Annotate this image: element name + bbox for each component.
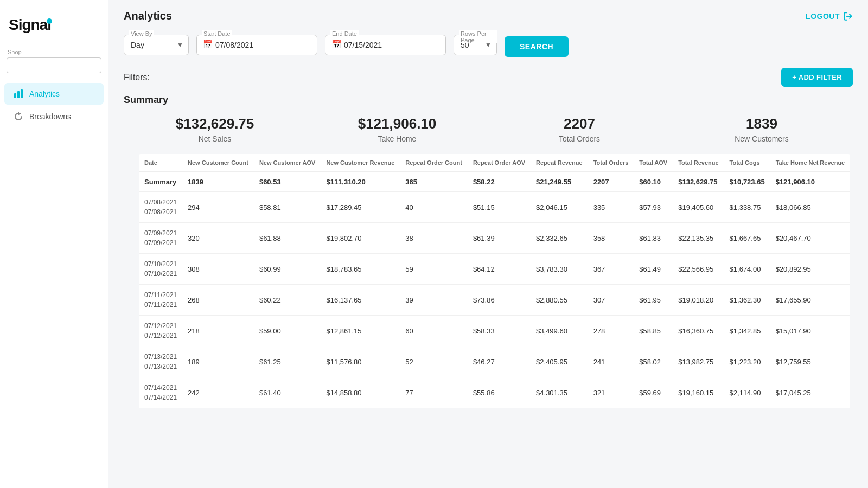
cell-new-customer-revenue: $12,861.15 xyxy=(321,316,400,346)
sidebar-item-analytics-label: Analytics xyxy=(29,89,60,98)
cell-new-customer-aov: $58.81 xyxy=(254,192,321,223)
end-date-input[interactable] xyxy=(325,35,446,55)
svg-rect-2 xyxy=(21,89,23,98)
start-date-input[interactable] xyxy=(196,35,317,55)
summary-cards: $132,629.75 Net Sales $121,906.10 Take H… xyxy=(124,115,853,143)
cell-repeat-revenue: $2,332.65 xyxy=(531,223,588,254)
table-row: 07/08/202107/08/2021 294 $58.81 $17,289.… xyxy=(139,192,850,223)
col-new-customer-revenue: New Customer Revenue xyxy=(321,154,400,172)
end-date-field: End Date 📅 xyxy=(325,35,446,55)
table-row: 07/14/202107/14/2021 242 $61.40 $14,858.… xyxy=(139,377,850,408)
cell-total-aov: $60.10 xyxy=(634,172,673,192)
cell-repeat-order-aov: $64.12 xyxy=(468,254,531,285)
cell-total-orders: 367 xyxy=(588,254,634,285)
sidebar-item-breakdowns[interactable]: Breakdowns xyxy=(4,106,104,127)
cell-repeat-order-aov: $73.86 xyxy=(468,285,531,316)
cell-take-home-net-revenue: $12,759.55 xyxy=(770,346,851,377)
view-by-field: View By Day Week Month ▼ xyxy=(124,35,189,55)
col-repeat-order-count: Repeat Order Count xyxy=(400,154,468,172)
cell-total-revenue: $19,405.60 xyxy=(673,192,724,223)
shop-section: Shop xyxy=(0,44,108,82)
cell-repeat-order-aov: $51.15 xyxy=(468,192,531,223)
take-home-label: Take Home xyxy=(306,134,488,143)
cell-repeat-order-aov: $61.39 xyxy=(468,223,531,254)
cell-new-customer-revenue: $18,783.65 xyxy=(321,254,400,285)
table-row: Summary 1839 $60.53 $111,310.20 365 $58.… xyxy=(139,172,850,192)
cell-new-customer-revenue: $111,310.20 xyxy=(321,172,400,192)
cell-new-customer-count: 268 xyxy=(182,285,254,316)
cell-new-customer-aov: $59.00 xyxy=(254,316,321,346)
cell-total-orders: 335 xyxy=(588,192,634,223)
summary-card-total-orders: 2207 Total Orders xyxy=(488,115,671,143)
cell-take-home-net-revenue: $121,906.10 xyxy=(770,172,851,192)
cell-total-revenue: $13,982.75 xyxy=(673,346,724,377)
main-content: Analytics LOGOUT View By Day Week Month … xyxy=(108,0,868,488)
add-filter-button[interactable]: + ADD FILTER xyxy=(781,68,853,87)
cell-total-revenue: $19,018.20 xyxy=(673,285,724,316)
cell-repeat-revenue: $21,249.55 xyxy=(531,172,588,192)
total-orders-label: Total Orders xyxy=(488,134,671,143)
view-by-label: View By xyxy=(129,30,154,37)
cell-total-cogs: $1,362.30 xyxy=(724,285,770,316)
table-row: 07/09/202107/09/2021 320 $61.88 $19,802.… xyxy=(139,223,850,254)
cell-total-aov: $58.85 xyxy=(634,316,673,346)
rows-per-page-label: Rows Per Page xyxy=(459,30,497,43)
cell-new-customer-aov: $61.40 xyxy=(254,377,321,408)
analytics-table: Date New Customer Count New Customer AOV… xyxy=(139,154,850,408)
cell-repeat-order-count: 77 xyxy=(400,377,468,408)
cell-new-customer-aov: $61.25 xyxy=(254,346,321,377)
cell-repeat-order-count: 365 xyxy=(400,172,468,192)
view-by-select[interactable]: Day Week Month xyxy=(124,35,189,55)
start-date-field: Start Date 📅 xyxy=(196,35,317,55)
cell-total-aov: $57.93 xyxy=(634,192,673,223)
cell-repeat-order-count: 39 xyxy=(400,285,468,316)
cell-take-home-net-revenue: $20,467.70 xyxy=(770,223,851,254)
cell-new-customer-count: 294 xyxy=(182,192,254,223)
logout-icon xyxy=(843,11,853,21)
table-row: 07/10/202107/10/2021 308 $60.99 $18,783.… xyxy=(139,254,850,285)
page-title: Analytics xyxy=(124,10,172,22)
new-customers-label: New Customers xyxy=(671,134,853,143)
sidebar-nav: Analytics Breakdowns xyxy=(0,82,108,129)
cell-repeat-order-count: 38 xyxy=(400,223,468,254)
search-button[interactable]: SEARCH xyxy=(505,36,569,57)
cell-repeat-revenue: $2,880.55 xyxy=(531,285,588,316)
col-total-aov: Total AOV xyxy=(634,154,673,172)
summary-card-new-customers: 1839 New Customers xyxy=(671,115,853,143)
cell-total-orders: 358 xyxy=(588,223,634,254)
cell-total-cogs: $1,342.85 xyxy=(724,316,770,346)
cell-total-aov: $61.95 xyxy=(634,285,673,316)
cell-new-customer-count: 308 xyxy=(182,254,254,285)
table-header: Date New Customer Count New Customer AOV… xyxy=(139,154,850,172)
cell-date: 07/14/202107/14/2021 xyxy=(139,377,182,408)
sidebar-item-analytics[interactable]: Analytics xyxy=(4,83,104,105)
cell-new-customer-count: 242 xyxy=(182,377,254,408)
filters-label: Filters: xyxy=(124,73,150,82)
cell-new-customer-count: 189 xyxy=(182,346,254,377)
cell-total-aov: $61.83 xyxy=(634,223,673,254)
cell-total-revenue: $22,135.35 xyxy=(673,223,724,254)
cell-new-customer-revenue: $11,576.80 xyxy=(321,346,400,377)
cell-repeat-revenue: $3,499.60 xyxy=(531,316,588,346)
cell-total-revenue: $16,360.75 xyxy=(673,316,724,346)
sidebar: Signal Shop Analytics Brea xyxy=(0,0,108,488)
col-total-orders: Total Orders xyxy=(588,154,634,172)
net-sales-label: Net Sales xyxy=(124,134,306,143)
cell-take-home-net-revenue: $15,017.90 xyxy=(770,316,851,346)
cell-take-home-net-revenue: $20,892.95 xyxy=(770,254,851,285)
cell-total-aov: $59.69 xyxy=(634,377,673,408)
new-customers-value: 1839 xyxy=(671,115,853,132)
col-new-customer-count: New Customer Count xyxy=(182,154,254,172)
shop-input[interactable] xyxy=(7,57,101,73)
rows-per-page-field: Rows Per Page 10 25 50 100 ▼ xyxy=(454,35,497,55)
cell-repeat-order-count: 59 xyxy=(400,254,468,285)
cell-total-cogs: $1,667.65 xyxy=(724,223,770,254)
col-take-home-net-revenue: Take Home Net Revenue xyxy=(770,154,851,172)
logout-button[interactable]: LOGOUT xyxy=(806,11,853,21)
cell-total-revenue: $132,629.75 xyxy=(673,172,724,192)
cell-total-cogs: $2,114.90 xyxy=(724,377,770,408)
cell-new-customer-aov: $60.53 xyxy=(254,172,321,192)
filters-row: Filters: + ADD FILTER xyxy=(108,62,868,89)
cell-date: 07/09/202107/09/2021 xyxy=(139,223,182,254)
cell-new-customer-aov: $60.22 xyxy=(254,285,321,316)
